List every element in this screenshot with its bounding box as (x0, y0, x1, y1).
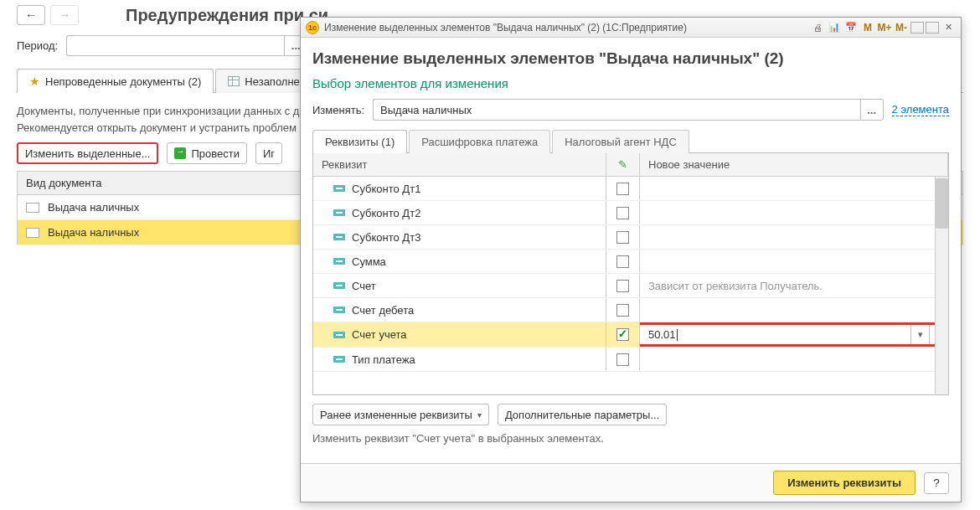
grid-row[interactable]: Субконто Дт2 (313, 201, 948, 225)
print-icon[interactable]: 🖨 (810, 20, 825, 35)
minus-icon (333, 185, 345, 192)
close-button[interactable]: ✕ (941, 20, 956, 35)
elements-link[interactable]: 2 элемента (892, 103, 949, 116)
prev-changed-button[interactable]: Ранее измененные реквизиты▾ (312, 404, 489, 425)
modal-footer: Изменить реквизиты ? (301, 463, 961, 502)
scrollbar[interactable] (935, 177, 948, 394)
hint-text: Изменить реквизит "Счет учета" в выбранн… (312, 432, 949, 445)
minus-icon (333, 234, 345, 240)
modal-dialog: 1c Изменение выделенных элементов "Выдач… (300, 17, 962, 502)
memory-mminus-button[interactable]: M- (894, 20, 909, 35)
edit-checkbox[interactable] (616, 183, 629, 195)
nav-back-button[interactable]: ← (17, 5, 45, 25)
memory-m-button[interactable]: M (860, 20, 875, 35)
apply-button[interactable]: Изменить реквизиты (773, 471, 916, 495)
col-requisite: Реквизит (313, 153, 606, 176)
dropdown-button[interactable]: ▾ (910, 325, 929, 344)
grid-row[interactable]: Тип платежа (313, 348, 948, 372)
minus-icon (333, 209, 345, 216)
grid-row-selected[interactable]: Счет учета 50.01 ▾ ◫ (313, 322, 948, 348)
minimize-button[interactable] (910, 22, 924, 33)
period-input[interactable]: ... (66, 35, 307, 56)
post-button[interactable]: Провести (167, 142, 247, 164)
change-selected-button[interactable]: Изменить выделенные... (17, 142, 158, 164)
grid-row[interactable]: Субконто Дт1 (313, 177, 948, 201)
document-icon (26, 203, 39, 213)
modal-title: Изменение выделенных элементов "Выдача н… (324, 22, 687, 33)
modal-titlebar[interactable]: 1c Изменение выделенных элементов "Выдач… (301, 18, 961, 38)
maximize-button[interactable] (926, 22, 939, 33)
chevron-down-icon: ▾ (477, 410, 482, 420)
tab-payment-decode[interactable]: Расшифровка платежа (409, 130, 550, 153)
edit-checkbox[interactable] (616, 304, 629, 317)
memory-mplus-button[interactable]: M+ (877, 20, 892, 35)
change-label: Изменять: (312, 104, 364, 116)
calc-icon[interactable]: 📊 (827, 20, 842, 35)
requisites-grid: Реквизит ✎ Новое значение Субконто Дт1 С… (312, 153, 949, 395)
table-icon (228, 76, 240, 86)
value-input[interactable]: 50.01 ▾ ◫ (640, 322, 947, 347)
tab-requisites[interactable]: Реквизиты (1) (312, 130, 407, 153)
post-icon (174, 147, 186, 159)
change-picker-button[interactable]: ... (860, 99, 884, 121)
minus-icon (333, 282, 345, 289)
grid-row[interactable]: Субконто Дт3 (313, 225, 948, 250)
star-icon: ★ (29, 75, 40, 88)
document-icon (26, 228, 39, 238)
edit-checkbox[interactable] (616, 255, 629, 268)
pencil-icon: ✎ (618, 158, 627, 171)
minus-icon (333, 307, 345, 313)
modal-heading: Изменение выделенных элементов "Выдача н… (312, 49, 949, 68)
tab-tax-agent[interactable]: Налоговый агент НДС (552, 130, 689, 153)
app-logo-icon: 1c (306, 21, 319, 34)
change-input[interactable]: Выдача наличных ... (373, 99, 884, 121)
edit-checkbox[interactable] (616, 353, 629, 366)
calendar-icon[interactable]: 📅 (843, 20, 859, 35)
page-title: Предупреждения при си (126, 6, 328, 25)
col-new-value: Новое значение (640, 153, 948, 176)
edit-checkbox[interactable] (616, 207, 629, 219)
grid-row[interactable]: Сумма (313, 250, 948, 274)
period-label: Период: (17, 39, 58, 52)
col-edit-icon: ✎ (606, 153, 640, 176)
edit-checkbox[interactable] (616, 328, 629, 341)
help-button[interactable]: ? (924, 472, 949, 494)
modal-tabs: Реквизиты (1) Расшифровка платежа Налого… (312, 129, 949, 153)
extra-params-button[interactable]: Дополнительные параметры... (498, 404, 667, 425)
more-button[interactable]: Иг (255, 142, 282, 164)
grid-row[interactable]: Счет Зависит от реквизита Получатель. (313, 274, 948, 298)
nav-fwd-button[interactable]: → (50, 5, 79, 25)
minus-icon (333, 258, 345, 265)
minus-icon (333, 356, 345, 363)
minus-icon (333, 332, 345, 338)
modal-subheading: Выбор элементов для изменения (312, 76, 949, 90)
edit-checkbox[interactable] (616, 280, 629, 292)
grid-row[interactable]: Счет дебета (313, 298, 948, 322)
edit-checkbox[interactable] (616, 231, 629, 244)
tab-unposted-docs[interactable]: ★ Непроведенные документы (2) (17, 69, 214, 93)
